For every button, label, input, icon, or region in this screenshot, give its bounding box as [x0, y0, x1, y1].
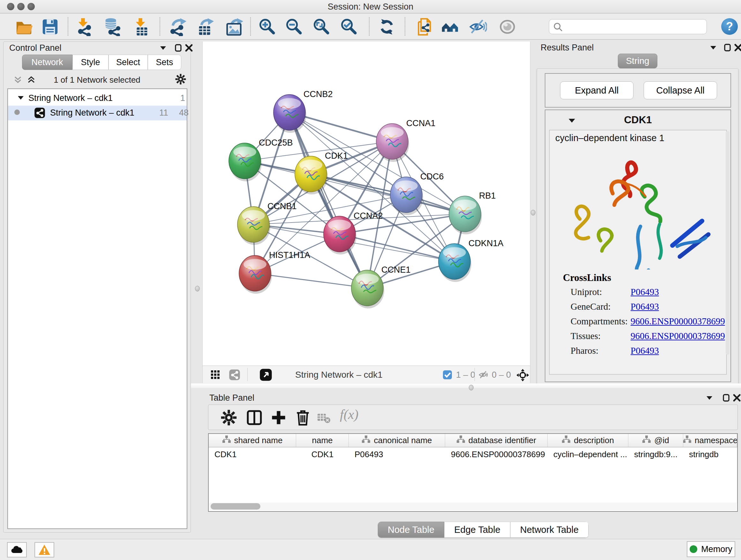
zoom-out-icon[interactable] — [284, 17, 303, 36]
network-node-count: 11 — [159, 108, 168, 118]
tab-sets[interactable]: Sets — [148, 55, 181, 70]
control-panel-tabs: NetworkStyleSelectSets — [3, 55, 191, 70]
selected-checkbox-icon[interactable] — [443, 370, 452, 381]
tab-style[interactable]: Style — [72, 55, 109, 70]
cell-name[interactable]: CDK1 — [296, 447, 349, 461]
hidden-eye-icon[interactable] — [478, 370, 489, 381]
column-header-shared-name[interactable]: shared name — [209, 434, 296, 447]
results-scrollbar[interactable] — [726, 131, 730, 355]
open-session-icon[interactable] — [15, 17, 33, 36]
hidden-count-badge: 0 – 0 — [492, 370, 511, 380]
panel-float-icon[interactable] — [724, 44, 732, 53]
divider-handle[interactable] — [469, 385, 474, 390]
panel-close-icon[interactable] — [733, 394, 741, 403]
delete-column-icon[interactable] — [294, 409, 312, 427]
table-settings-gear-icon[interactable] — [220, 409, 238, 427]
hide-unhide-eye-icon[interactable] — [468, 17, 487, 36]
divider-handle[interactable] — [195, 286, 200, 292]
crosslink-value-link[interactable]: 9606.ENSP00000378699 — [630, 331, 725, 341]
cloud-button[interactable] — [7, 542, 27, 557]
network-view[interactable]: CCNB2CCNA1CDC25BCDK1CDC6RB1CCNB1CCNA2CDK… — [202, 42, 530, 383]
panel-float-icon[interactable] — [174, 44, 183, 53]
import-table-icon[interactable] — [132, 17, 150, 36]
export-image-icon[interactable] — [225, 17, 244, 36]
panel-menu-icon[interactable] — [709, 44, 718, 53]
table-row[interactable]: CDK1CDK1P064939606.ENSP00000378699cyclin… — [209, 447, 737, 461]
column-header-name[interactable]: name — [296, 434, 349, 447]
add-column-icon[interactable] — [270, 409, 287, 427]
expand-all-button[interactable]: Expand All — [560, 81, 633, 99]
network-node-CDKN1A[interactable]: CDKN1A — [439, 239, 503, 282]
network-share-icon — [34, 107, 45, 121]
tab-select[interactable]: Select — [109, 55, 148, 70]
panel-close-icon[interactable] — [185, 44, 193, 53]
network-share-icon-gray[interactable] — [229, 369, 240, 382]
search-input[interactable] — [566, 20, 703, 33]
crosslink-value-link[interactable]: P06493 — [630, 301, 659, 312]
warning-button[interactable] — [35, 542, 54, 557]
cell-database-identifier[interactable]: 9606.ENSP00000378699 — [445, 447, 548, 461]
toolbar-separator — [405, 17, 405, 36]
string-results-box: Expand All Collapse All CDK1 cyclin–depe… — [537, 68, 738, 386]
network-row-selected[interactable]: String Network – cdk1 11 48 — [8, 106, 187, 120]
cell-description[interactable]: cyclin–dependent ... — [548, 447, 628, 461]
crosslink-value-link[interactable]: 9606.ENSP00000378699 — [630, 316, 725, 327]
cell-canonical-name[interactable]: P06493 — [349, 447, 445, 461]
divider-handle[interactable] — [531, 210, 536, 215]
tab-node-table[interactable]: Node Table — [378, 522, 444, 538]
scrollbar-thumb[interactable] — [211, 503, 260, 509]
refresh-icon[interactable] — [378, 17, 396, 36]
save-session-icon[interactable] — [41, 17, 59, 36]
export-network-icon[interactable] — [169, 17, 187, 36]
export-table-icon[interactable] — [197, 17, 215, 36]
zoom-fit-icon[interactable] — [312, 17, 330, 36]
open-in-new-window-icon[interactable] — [259, 368, 272, 382]
network-node-HIST1H1A[interactable]: HIST1H1A — [239, 250, 310, 294]
tree-expand-icon[interactable] — [17, 94, 24, 104]
memory-button[interactable]: Memory — [687, 541, 735, 557]
zoom-selected-icon[interactable] — [339, 17, 358, 36]
network-canvas[interactable]: CCNB2CCNA1CDC25BCDK1CDC6RB1CCNB1CCNA2CDK… — [203, 42, 531, 366]
tab-edge-table[interactable]: Edge Table — [444, 522, 510, 538]
show-eye-icon[interactable] — [498, 17, 517, 36]
cell-namespace[interactable]: stringdb — [683, 447, 737, 461]
tab-network-table[interactable]: Network Table — [510, 522, 589, 538]
results-panel: Results Panel String Expand All Collapse… — [535, 42, 741, 386]
tab-network[interactable]: Network — [22, 55, 72, 70]
panel-close-icon[interactable] — [734, 44, 741, 53]
birds-eye-crosshair-icon[interactable] — [516, 368, 529, 383]
network-node-CCNB1[interactable]: CCNB1 — [238, 201, 297, 245]
crosslink-value-link[interactable]: P06493 — [630, 346, 659, 356]
copy-network-icon[interactable] — [415, 17, 433, 36]
tab-string[interactable]: String — [618, 54, 657, 68]
network-node-CDC6[interactable]: CDC6 — [390, 172, 444, 215]
panel-menu-icon[interactable] — [705, 394, 714, 403]
network-node-RB1[interactable]: RB1 — [449, 191, 496, 234]
help-button[interactable]: ? — [721, 18, 738, 35]
panel-menu-icon[interactable] — [159, 44, 167, 53]
collapse-all-button[interactable]: Collapse All — [644, 81, 717, 99]
grid-view-icon[interactable] — [210, 370, 220, 381]
cell--id[interactable]: stringdb:9... — [628, 447, 683, 461]
panel-divider[interactable] — [191, 383, 741, 388]
show-columns-icon[interactable] — [246, 409, 263, 427]
network-node-CDC25B[interactable]: CDC25B — [229, 138, 293, 181]
network-collection-row[interactable]: String Network – cdk1 1 — [8, 91, 187, 106]
column-header-description[interactable]: description — [548, 434, 628, 447]
network-node-CCNB2[interactable]: CCNB2 — [273, 89, 333, 133]
panel-float-icon[interactable] — [722, 394, 731, 403]
column-header-database-identifier[interactable]: database identifier — [445, 434, 548, 447]
cell-shared-name[interactable]: CDK1 — [209, 447, 296, 461]
column-header--id[interactable]: @id — [628, 434, 683, 447]
gear-icon[interactable] — [175, 73, 187, 86]
column-header-namespace[interactable]: namespace — [683, 434, 737, 447]
home-networks-icon[interactable] — [441, 17, 459, 36]
crosslinks-title: CrossLinks — [563, 272, 726, 284]
import-network-icon[interactable] — [74, 17, 93, 36]
crosslink-value-link[interactable]: P06493 — [630, 287, 659, 297]
table-horizontal-scrollbar[interactable] — [209, 503, 737, 510]
column-header-canonical-name[interactable]: canonical name — [349, 434, 445, 447]
import-network-from-database-icon[interactable] — [103, 17, 121, 36]
search-field[interactable] — [549, 19, 707, 34]
zoom-in-icon[interactable] — [258, 17, 276, 36]
